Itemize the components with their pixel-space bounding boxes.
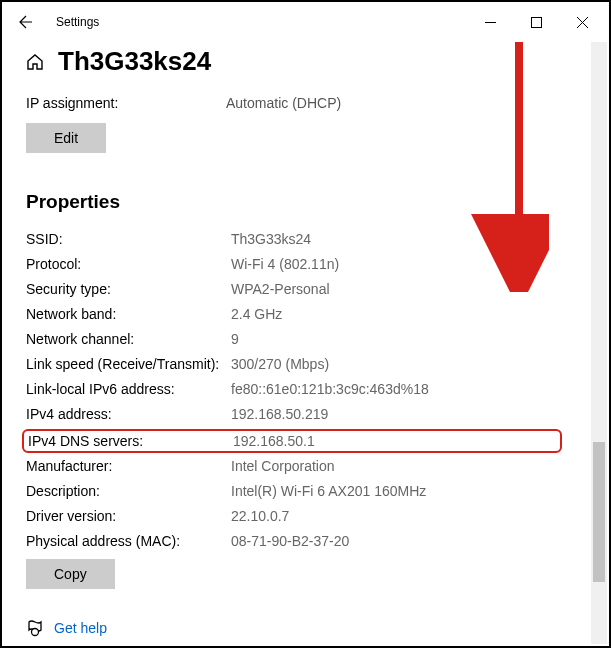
property-value: 192.168.50.219 (231, 406, 328, 422)
close-icon (577, 17, 588, 28)
properties-heading: Properties (26, 191, 558, 213)
minimize-button[interactable] (467, 6, 513, 38)
property-row: Manufacturer:Intel Corporation (26, 458, 558, 474)
property-value: Th3G33ks24 (231, 231, 311, 247)
properties-list: SSID:Th3G33ks24Protocol:Wi-Fi 4 (802.11n… (26, 231, 558, 549)
property-value: WPA2-Personal (231, 281, 330, 297)
close-button[interactable] (559, 6, 605, 38)
property-label: Protocol: (26, 256, 231, 272)
back-arrow-icon (18, 14, 34, 30)
property-row: IPv4 DNS servers:192.168.50.1 (22, 429, 562, 453)
property-value: Intel(R) Wi-Fi 6 AX201 160MHz (231, 483, 426, 499)
property-row: Protocol:Wi-Fi 4 (802.11n) (26, 256, 558, 272)
property-row: Security type:WPA2-Personal (26, 281, 558, 297)
page-title: Th3G33ks24 (58, 46, 211, 77)
property-label: Security type: (26, 281, 231, 297)
property-label: IPv4 address: (26, 406, 231, 422)
property-value: Wi-Fi 4 (802.11n) (231, 256, 339, 272)
property-label: Link speed (Receive/Transmit): (26, 356, 231, 372)
property-label: Driver version: (26, 508, 231, 524)
ip-assignment-row: IP assignment: Automatic (DHCP) (26, 95, 558, 111)
property-row: Link speed (Receive/Transmit):300/270 (M… (26, 356, 558, 372)
property-row: Network band:2.4 GHz (26, 306, 558, 322)
property-value: 300/270 (Mbps) (231, 356, 329, 372)
property-label: IPv4 DNS servers: (28, 433, 233, 449)
back-button[interactable] (6, 2, 46, 42)
property-row: Driver version:22.10.0.7 (26, 508, 558, 524)
property-value: 2.4 GHz (231, 306, 282, 322)
property-label: Physical address (MAC): (26, 533, 231, 549)
property-row: Link-local IPv6 address:fe80::61e0:121b:… (26, 381, 558, 397)
minimize-icon (485, 17, 496, 28)
property-label: SSID: (26, 231, 231, 247)
page-header: Th3G33ks24 (26, 46, 558, 77)
svg-point-1 (32, 629, 39, 636)
property-value: fe80::61e0:121b:3c9c:463d%18 (231, 381, 429, 397)
get-help-link[interactable]: Get help (26, 619, 558, 637)
copy-button[interactable]: Copy (26, 559, 115, 589)
content-area: Th3G33ks24 IP assignment: Automatic (DHC… (2, 42, 582, 637)
property-label: Description: (26, 483, 231, 499)
help-icon (26, 619, 44, 637)
property-label: Link-local IPv6 address: (26, 381, 231, 397)
window-controls (467, 6, 605, 38)
property-row: Physical address (MAC):08-71-90-B2-37-20 (26, 533, 558, 549)
ip-assignment-label: IP assignment: (26, 95, 226, 111)
ip-assignment-value: Automatic (DHCP) (226, 95, 341, 111)
property-row: Description:Intel(R) Wi-Fi 6 AX201 160MH… (26, 483, 558, 499)
property-value: 22.10.0.7 (231, 508, 289, 524)
property-label: Manufacturer: (26, 458, 231, 474)
property-label: Network channel: (26, 331, 231, 347)
property-row: Network channel:9 (26, 331, 558, 347)
home-icon[interactable] (26, 53, 44, 71)
property-label: Network band: (26, 306, 231, 322)
titlebar: Settings (2, 2, 609, 42)
property-value: Intel Corporation (231, 458, 335, 474)
property-value: 9 (231, 331, 239, 347)
svg-rect-0 (531, 17, 541, 27)
get-help-label: Get help (54, 620, 107, 636)
scrollbar[interactable] (591, 42, 607, 644)
property-row: IPv4 address:192.168.50.219 (26, 406, 558, 422)
scrollbar-thumb[interactable] (593, 442, 605, 582)
maximize-icon (531, 17, 542, 28)
edit-button[interactable]: Edit (26, 123, 106, 153)
property-value: 192.168.50.1 (233, 433, 315, 449)
window-title: Settings (56, 15, 99, 29)
maximize-button[interactable] (513, 6, 559, 38)
property-row: SSID:Th3G33ks24 (26, 231, 558, 247)
property-value: 08-71-90-B2-37-20 (231, 533, 349, 549)
